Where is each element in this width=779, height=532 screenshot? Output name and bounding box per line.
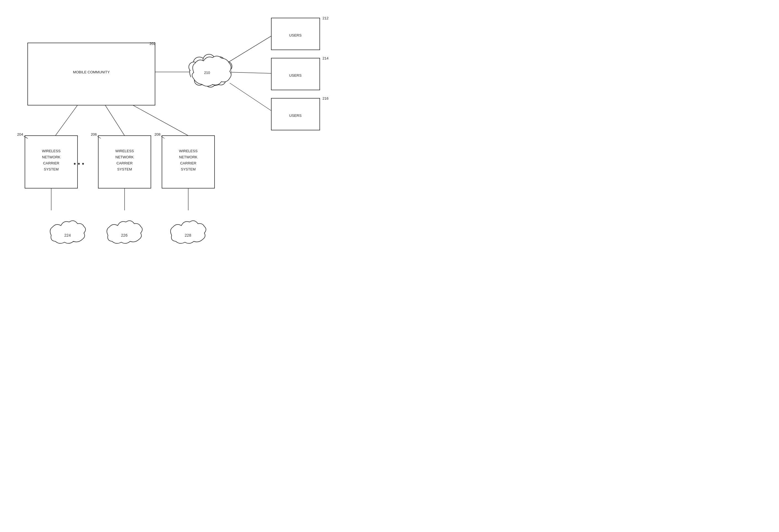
wncs-label-2-line3: CARRIER bbox=[117, 161, 133, 165]
cloud-224: 224 bbox=[50, 221, 85, 243]
wncs-label-2-line1: WIRELESS bbox=[115, 149, 134, 153]
mobile-community-ref: 202 bbox=[149, 42, 156, 46]
internet-cloud-ref: 210 bbox=[204, 71, 210, 75]
wncs-ref-2: 206 bbox=[91, 132, 97, 136]
diagram-container: MOBILE COMMUNITY 202 210 bbox=[0, 0, 390, 266]
svg-line-6 bbox=[133, 105, 188, 136]
wncs-label-3-line3: CARRIER bbox=[180, 161, 196, 165]
users-label-3: USERS bbox=[289, 114, 302, 118]
wncs-ref-3: 208 bbox=[155, 132, 161, 136]
mobile-community-label: MOBILE COMMUNITY bbox=[73, 70, 110, 74]
wncs-label-2-line4: SYSTEM bbox=[117, 167, 132, 171]
internet-cloud bbox=[189, 54, 232, 87]
svg-text:224: 224 bbox=[64, 233, 71, 237]
cloud-226: 226 bbox=[107, 221, 142, 243]
svg-text:228: 228 bbox=[185, 233, 191, 237]
wncs-label-3-line1: WIRELESS bbox=[179, 149, 198, 153]
svg-line-4 bbox=[55, 105, 77, 136]
wncs-label-3-line2: NETWORK bbox=[179, 155, 198, 159]
svg-text:226: 226 bbox=[121, 233, 128, 237]
users-ref-1: 212 bbox=[322, 16, 328, 20]
users-ref-3: 216 bbox=[322, 96, 328, 101]
wncs-label-1-line3: CARRIER bbox=[43, 161, 60, 165]
users-label-1: USERS bbox=[289, 33, 302, 37]
wncs-label-3-line4: SYSTEM bbox=[181, 167, 195, 171]
ellipsis: • • • bbox=[74, 160, 84, 168]
wncs-ref-1: 204 bbox=[17, 132, 23, 136]
users-ref-2: 214 bbox=[322, 56, 328, 60]
cloud-228: 228 bbox=[171, 221, 206, 243]
wncs-label-1-line2: NETWORK bbox=[42, 155, 61, 159]
svg-line-5 bbox=[105, 105, 125, 136]
wncs-label-1-line4: SYSTEM bbox=[44, 167, 58, 171]
wncs-label-2-line2: NETWORK bbox=[115, 155, 134, 159]
users-label-2: USERS bbox=[289, 73, 302, 77]
wncs-label-1-line1: WIRELESS bbox=[42, 149, 61, 153]
